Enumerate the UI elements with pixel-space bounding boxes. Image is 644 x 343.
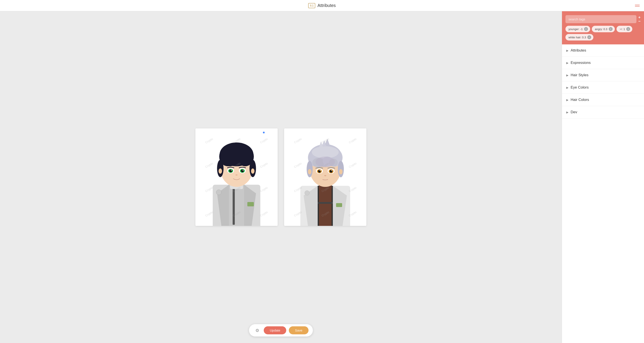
svg-point-59 [320, 170, 321, 171]
tag-remove-button[interactable]: × [626, 27, 630, 31]
svg-point-27 [251, 168, 254, 174]
accordion-label: Eye Colors [571, 85, 640, 90]
svg-point-14 [240, 159, 248, 165]
svg-point-29 [216, 190, 222, 195]
chevron-right-icon: ▶ [566, 98, 568, 102]
tag-remove-button[interactable]: × [584, 27, 588, 31]
tags-container: younger: -1 × angry: 0.3 × :<: 1 × white… [566, 26, 640, 41]
svg-point-23 [231, 170, 232, 171]
svg-point-43 [312, 146, 339, 158]
accordion-section-hair-styles: ▶ Hair Styles [562, 69, 644, 81]
header-title-group: 0.1 Attributes [308, 3, 336, 8]
character-card-left: Crypto Crypto Crypto Crypto Crypto Crypt… [196, 128, 278, 226]
accordion-label: Hair Colors [571, 98, 640, 102]
tag-label: younger: -1 [568, 28, 583, 31]
accordion-label: Hair Styles [571, 73, 640, 77]
accordion-section-dev: ▶ Dev [562, 106, 644, 118]
search-bar-row: + − [566, 15, 640, 23]
character-card-right: Crypto Crypto Crypto Crypto Crypto Crypt… [284, 128, 366, 226]
accordion-label: Expressions [571, 61, 640, 65]
svg-marker-45 [325, 139, 330, 145]
tag-chip: :<: 1 × [616, 26, 632, 32]
svg-point-61 [324, 175, 326, 176]
svg-rect-32 [318, 186, 319, 226]
update-button[interactable]: Update [264, 326, 286, 334]
app-title: Attributes [318, 3, 336, 8]
tag-label: :<: 1 [620, 28, 625, 31]
svg-rect-28 [247, 202, 254, 206]
settings-button[interactable]: ⚙ [254, 326, 261, 334]
tag-chip: white hair: 0.3 × [566, 34, 593, 41]
search-area: + − younger: -1 × angry: 0.3 × :<: 1 × [562, 11, 644, 44]
accordion-header-eye-colors[interactable]: ▶ Eye Colors [562, 81, 644, 94]
blue-dot-indicator [263, 132, 265, 133]
accordion-section-expressions: ▶ Expressions [562, 57, 644, 69]
svg-rect-33 [332, 186, 333, 226]
chevron-right-icon: ▶ [566, 74, 568, 77]
tag-label: angry: 0.3 [595, 28, 608, 31]
svg-point-26 [218, 168, 222, 174]
add-remove-button[interactable]: + − [638, 15, 640, 23]
svg-point-63 [339, 169, 342, 174]
svg-point-62 [308, 169, 312, 174]
svg-point-12 [224, 158, 236, 166]
save-button[interactable]: Save [289, 326, 308, 334]
chevron-right-icon: ▶ [566, 111, 568, 114]
accordion-section-eye-colors: ▶ Eye Colors [562, 81, 644, 94]
chevron-right-icon: ▶ [566, 49, 568, 52]
svg-point-65 [305, 191, 310, 195]
character-illustration-left [196, 128, 278, 226]
svg-rect-64 [336, 203, 342, 207]
svg-rect-2 [233, 186, 235, 225]
svg-point-11 [222, 146, 250, 159]
accordion-header-expressions[interactable]: ▶ Expressions [562, 57, 644, 69]
sidebar: + − younger: -1 × angry: 0.3 × :<: 1 × [562, 11, 644, 343]
svg-rect-34 [318, 202, 333, 204]
header: 0.1 Attributes [0, 0, 644, 11]
svg-point-52 [316, 157, 335, 167]
accordion-header-dev[interactable]: ▶ Dev [562, 106, 644, 118]
version-badge: 0.1 [308, 3, 315, 8]
tag-remove-button[interactable]: × [587, 35, 591, 39]
bottom-toolbar: ⚙ Update Save [249, 324, 313, 336]
tag-chip: angry: 0.3 × [592, 26, 615, 32]
chevron-right-icon: ▶ [566, 86, 568, 89]
menu-button[interactable] [635, 5, 640, 7]
svg-point-24 [242, 170, 244, 171]
search-input[interactable] [566, 15, 636, 23]
accordion-header-hair-styles[interactable]: ▶ Hair Styles [562, 69, 644, 81]
canvas-area: Crypto Crypto Crypto Crypto Crypto Crypt… [0, 11, 562, 343]
accordion-header-hair-colors[interactable]: ▶ Hair Colors [562, 94, 644, 106]
accordion-label: Attributes [571, 48, 640, 53]
accordion-section-attributes: ▶ Attributes [562, 44, 644, 57]
svg-point-25 [236, 174, 238, 176]
character-illustration-right [284, 128, 366, 226]
chevron-right-icon: ▶ [566, 61, 568, 65]
accordion-header-attributes[interactable]: ▶ Attributes [562, 44, 644, 57]
tag-remove-button[interactable]: × [609, 27, 612, 31]
svg-rect-31 [318, 186, 333, 226]
tag-label: white hair: 0.3 [568, 36, 586, 39]
svg-point-60 [331, 170, 332, 171]
accordion-label: Dev [571, 110, 640, 114]
svg-rect-1 [229, 185, 244, 226]
tag-chip: younger: -1 × [566, 26, 590, 32]
accordion-section-hair-colors: ▶ Hair Colors [562, 94, 644, 106]
svg-marker-46 [319, 141, 323, 147]
main-layout: Crypto Crypto Crypto Crypto Crypto Crypt… [0, 11, 644, 343]
